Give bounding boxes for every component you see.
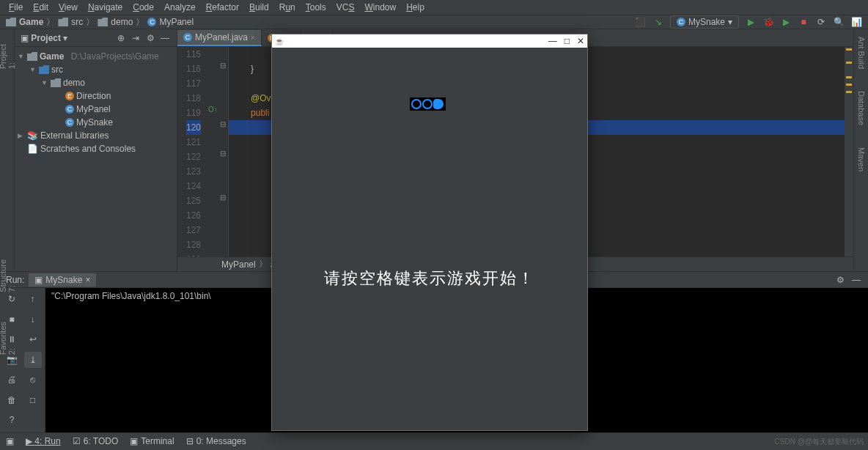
run-tab-mysnake[interactable]: ▣MySnake× (29, 273, 96, 287)
folder-icon (6, 18, 16, 26)
menu-window[interactable]: Window (360, 1, 400, 14)
run-icon[interactable]: ▶ (745, 16, 757, 28)
tree-node-direction[interactable]: EDirection (15, 89, 177, 103)
fold-icon[interactable]: ⊟ (220, 62, 226, 70)
fold-icon[interactable]: ⊟ (220, 193, 226, 202)
gear-icon[interactable]: ⚙ (144, 32, 156, 44)
restore-icon[interactable]: □ (24, 392, 42, 408)
print-icon[interactable]: 🖨 (3, 372, 21, 388)
down-icon[interactable]: ↓ (24, 311, 42, 328)
fold-icon[interactable]: ⊟ (220, 120, 226, 128)
debug-icon[interactable]: 🐞 (762, 16, 774, 28)
hammer-icon[interactable]: ↘ (652, 16, 664, 28)
tree-node-scratches[interactable]: 📄Scratches and Consoles (15, 142, 177, 155)
tree-node-src[interactable]: ▼src (15, 63, 177, 76)
minimize-icon[interactable]: — (548, 36, 557, 46)
close-icon[interactable]: × (85, 275, 90, 285)
window-titlebar[interactable]: ☕ — □ ✕ (272, 34, 587, 48)
tab-mypanel[interactable]: CMyPanel.java× (177, 30, 262, 46)
tree-node-mypanel[interactable]: CMyPanel (15, 103, 177, 116)
app-icon: ▣ (34, 275, 43, 285)
scroll-from-source-icon[interactable]: ⊕ (115, 32, 127, 44)
settings-icon[interactable]: 📊 (850, 16, 862, 28)
gear-icon[interactable]: ⚙ (834, 274, 846, 286)
rerun-icon[interactable]: ↻ (3, 291, 21, 307)
exit-icon[interactable]: ⎋ (24, 372, 42, 388)
tool-database[interactable]: Database (857, 91, 866, 125)
build-icon[interactable]: ⬛ (635, 16, 647, 28)
close-icon[interactable]: ✕ (577, 36, 584, 46)
tool-project[interactable]: 1: Project (0, 44, 16, 69)
override-icon[interactable]: O↑ (208, 106, 218, 114)
snake-head (433, 99, 444, 109)
status-messages[interactable]: ⊟ 0: Messages (186, 436, 246, 446)
close-icon[interactable]: × (251, 34, 255, 42)
search-icon[interactable]: 🔍 (833, 16, 845, 28)
status-bar: ▣ ▶ 4: Run ☑ 6: TODO ▣ Terminal ⊟ 0: Mes… (0, 432, 868, 449)
stop-icon[interactable]: ■ (798, 16, 809, 28)
tool-structure[interactable]: 7: Structure (0, 259, 16, 292)
menu-build[interactable]: Build (245, 1, 273, 14)
right-tool-stripe: Ant Build Database Maven (853, 29, 868, 271)
status-terminal[interactable]: ▣ Terminal (130, 436, 174, 446)
project-tree[interactable]: ▼Game D:\JavaProjects\Game ▼src ▼demo ED… (15, 47, 177, 158)
chevron-down-icon: ▾ (728, 17, 732, 27)
breadcrumb-class[interactable]: MyPanel (159, 17, 194, 27)
snake-segment (411, 99, 422, 109)
snake-sprite (410, 97, 446, 111)
status-run[interactable]: ▶ 4: Run (26, 436, 61, 446)
menu-refactor[interactable]: Refactor (202, 1, 243, 14)
trash-icon[interactable]: 🗑 (3, 392, 21, 408)
tree-node-demo[interactable]: ▼demo (15, 76, 177, 89)
game-canvas[interactable]: 请按空格键表示游戏开始！ (272, 48, 587, 430)
menu-vcs[interactable]: VCS (332, 1, 359, 14)
tool-favorites[interactable]: 2: Favorites (0, 322, 16, 355)
line-number-gutter[interactable]: 1151161171181191201211221231241251261271… (177, 47, 207, 257)
status-todo[interactable]: ☑ 6: TODO (73, 436, 119, 446)
update-icon[interactable]: ⟳ (815, 16, 827, 28)
coverage-icon[interactable]: ▶ (780, 16, 792, 28)
fold-icon[interactable]: ⊟ (220, 150, 226, 158)
wrap-icon[interactable]: ↩ (24, 331, 42, 347)
tool-ant[interactable]: Ant Build (857, 37, 866, 69)
gutter-icons[interactable]: O↑ ⊟ ⊟ ⊟ ⊟ (207, 47, 229, 257)
tool-maven[interactable]: Maven (857, 147, 866, 171)
menu-run[interactable]: Run (275, 1, 300, 14)
main-menu-bar: FFileile Edit View Navigate Code Analyze… (0, 0, 868, 15)
tool-window-button-icon[interactable]: ▣ (6, 436, 14, 446)
class-icon: C (677, 18, 685, 26)
menu-help[interactable]: Help (402, 1, 429, 14)
run-toolbar: ↻ ↑ ■ ↓ ⏸ ↩ 📷 ⤓ 🖨 ⎋ 🗑 □ ? (0, 288, 45, 432)
collapse-all-icon[interactable]: ⇥ (130, 32, 141, 44)
menu-view[interactable]: View (54, 1, 82, 14)
tree-node-external-libraries[interactable]: ▶📚External Libraries (15, 129, 177, 142)
game-app-window[interactable]: ☕ — □ ✕ 请按空格键表示游戏开始！ (271, 34, 588, 431)
maximize-icon[interactable]: □ (564, 36, 570, 46)
menu-analyze[interactable]: Analyze (160, 1, 200, 14)
run-config-name: MySnake (688, 17, 725, 27)
error-stripe[interactable] (845, 47, 853, 257)
menu-code[interactable]: Code (128, 1, 158, 14)
menu-file[interactable]: FFileile (4, 1, 27, 14)
project-tool-window: ▣ Project ▾ ⊕ ⇥ ⚙ — ▼Game D:\JavaProject… (15, 29, 177, 271)
folder-icon (98, 18, 108, 26)
breadcrumb-demo[interactable]: demo (111, 17, 133, 27)
breadcrumb-separator: 〉 (136, 16, 144, 29)
project-view-selector[interactable]: ▣ Project ▾ (21, 33, 67, 43)
navigation-bar: Game 〉 src 〉 demo 〉 C MyPanel ⬛ ↘ C MySn… (0, 15, 868, 29)
up-icon[interactable]: ↑ (24, 291, 42, 307)
game-start-message: 请按空格键表示游戏开始！ (272, 268, 587, 289)
tree-node-game[interactable]: ▼Game D:\JavaProjects\Game (15, 50, 177, 63)
menu-edit[interactable]: Edit (29, 1, 53, 14)
breadcrumb-src[interactable]: src (71, 17, 83, 27)
menu-tools[interactable]: Tools (301, 1, 331, 14)
run-configuration-selector[interactable]: C MySnake ▾ (670, 15, 739, 29)
hide-icon[interactable]: — (159, 32, 171, 44)
menu-navigate[interactable]: Navigate (84, 1, 127, 14)
breadcrumb-root[interactable]: Game (19, 17, 43, 27)
scroll-icon[interactable]: ⤓ (24, 352, 42, 368)
tree-node-mysnake[interactable]: CMySnake (15, 116, 177, 129)
hide-icon[interactable]: — (850, 274, 862, 286)
breadcrumb-separator: 〉 (46, 16, 55, 29)
help-icon[interactable]: ? (3, 412, 21, 428)
